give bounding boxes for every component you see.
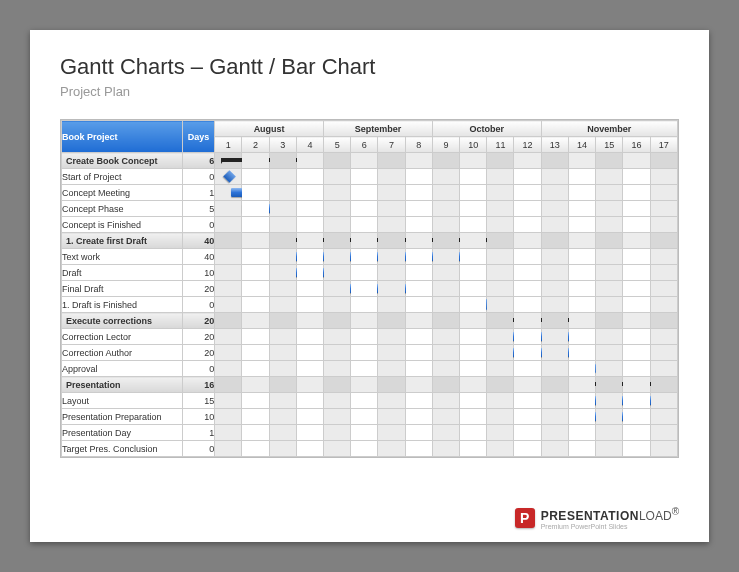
timeline-cell [596,377,623,393]
timeline-cell [568,217,595,233]
timeline-cell [242,297,269,313]
timeline-cell [568,233,595,249]
timeline-cell [242,265,269,281]
timeline-cell [296,441,323,457]
timeline-cell [405,169,432,185]
timeline-cell [541,329,568,345]
timeline-cell [541,185,568,201]
timeline-cell [460,409,487,425]
timeline-cell [568,153,595,169]
timeline-cell [623,313,650,329]
timeline-cell [296,345,323,361]
timeline-cell [215,185,242,201]
task-label: Presentation Day [62,425,183,441]
timeline-cell [269,297,296,313]
timeline-cell [487,233,514,249]
timeline-cell [215,297,242,313]
timeline-cell [541,441,568,457]
timeline-cell [351,281,378,297]
timeline-cell [623,361,650,377]
timeline-cell [269,329,296,345]
timeline-cell [405,297,432,313]
timeline-cell [541,281,568,297]
timeline-cell [432,281,459,297]
task-days: 0 [182,217,214,233]
timeline-cell [405,441,432,457]
timeline-cell [432,217,459,233]
timeline-cell [324,393,351,409]
timeline-cell [487,153,514,169]
timeline-cell [487,297,514,313]
timeline-cell [215,345,242,361]
timeline-cell [215,393,242,409]
timeline-cell [324,169,351,185]
timeline-cell [650,185,677,201]
timeline-cell [650,169,677,185]
page-title: Gantt Charts – Gantt / Bar Chart [60,54,679,80]
task-days: 0 [182,441,214,457]
timeline-cell [487,329,514,345]
unit-header: 15 [596,137,623,153]
unit-header: 3 [269,137,296,153]
timeline-cell [568,393,595,409]
timeline-cell [541,361,568,377]
timeline-cell [596,153,623,169]
timeline-cell [405,249,432,265]
timeline-cell [324,441,351,457]
timeline-cell [269,185,296,201]
timeline-cell [378,249,405,265]
timeline-cell [596,441,623,457]
task-days: 40 [182,233,214,249]
timeline-cell [351,313,378,329]
timeline-cell [378,201,405,217]
timeline-cell [487,425,514,441]
timeline-cell [596,169,623,185]
timeline-cell [514,233,541,249]
timeline-cell [432,393,459,409]
timeline-cell [296,265,323,281]
unit-header: 12 [514,137,541,153]
timeline-cell [460,425,487,441]
slide: Gantt Charts – Gantt / Bar Chart Project… [30,30,709,542]
timeline-cell [460,377,487,393]
timeline-cell [269,217,296,233]
timeline-cell [623,345,650,361]
timeline-cell [296,313,323,329]
timeline-cell [269,441,296,457]
timeline-cell [324,377,351,393]
timeline-cell [405,153,432,169]
timeline-cell [378,169,405,185]
timeline-cell [351,217,378,233]
timeline-cell [541,393,568,409]
timeline-cell [432,425,459,441]
timeline-cell [623,425,650,441]
task-label: Concept Phase [62,201,183,217]
timeline-cell [460,185,487,201]
timeline-cell [460,297,487,313]
timeline-cell [324,233,351,249]
timeline-cell [650,393,677,409]
timeline-cell [623,329,650,345]
timeline-cell [378,233,405,249]
timeline-cell [269,345,296,361]
timeline-cell [405,233,432,249]
unit-header: 1 [215,137,242,153]
timeline-cell [650,249,677,265]
timeline-cell [514,265,541,281]
timeline-cell [324,313,351,329]
timeline-cell [650,361,677,377]
page-subtitle: Project Plan [60,84,679,99]
timeline-cell [242,249,269,265]
unit-header: 16 [623,137,650,153]
task-label: Concept is Finished [62,217,183,233]
timeline-cell [296,169,323,185]
timeline-cell [487,249,514,265]
timeline-cell [650,297,677,313]
timeline-cell [487,281,514,297]
timeline-cell [460,393,487,409]
timeline-cell [623,169,650,185]
timeline-cell [541,345,568,361]
timeline-cell [460,265,487,281]
timeline-cell [514,329,541,345]
timeline-cell [215,361,242,377]
